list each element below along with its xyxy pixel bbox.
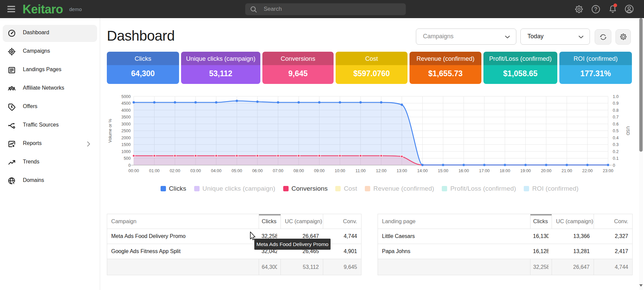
svg-text:Volume or %: Volume or % (108, 119, 113, 143)
svg-text:0: 0 (128, 163, 131, 168)
svg-text:1000: 1000 (121, 149, 131, 154)
svg-text:0.4: 0.4 (613, 136, 618, 140)
svg-text:16:00: 16:00 (459, 168, 469, 173)
svg-text:11:00: 11:00 (355, 168, 366, 173)
svg-text:0.5: 0.5 (613, 129, 618, 133)
svg-text:1500: 1500 (121, 142, 131, 147)
svg-text:14:00: 14:00 (417, 168, 428, 173)
svg-text:4500: 4500 (121, 101, 131, 106)
svg-text:00:00: 00:00 (128, 168, 139, 173)
svg-text:0.2: 0.2 (613, 149, 618, 154)
svg-text:18:00: 18:00 (500, 168, 510, 173)
svg-text:12:00: 12:00 (376, 168, 386, 173)
svg-text:04:00: 04:00 (211, 168, 221, 173)
svg-text:4000: 4000 (121, 108, 131, 113)
svg-text:07:00: 07:00 (273, 168, 283, 173)
svg-text:0.7: 0.7 (613, 115, 618, 119)
svg-text:10:00: 10:00 (335, 168, 345, 173)
svg-text:0: 0 (613, 163, 615, 168)
svg-text:01:00: 01:00 (149, 168, 160, 173)
svg-text:0.6: 0.6 (613, 122, 618, 127)
svg-text:2500: 2500 (121, 129, 131, 133)
svg-text:3500: 3500 (121, 115, 131, 119)
svg-text:?: ? (594, 6, 598, 12)
svg-text:5000: 5000 (121, 94, 131, 99)
svg-text:08:00: 08:00 (293, 168, 304, 173)
svg-text:3000: 3000 (121, 122, 131, 127)
svg-text:0.1: 0.1 (613, 156, 618, 161)
svg-text:13:00: 13:00 (396, 168, 407, 173)
svg-text:03:00: 03:00 (190, 168, 201, 173)
svg-text:0.8: 0.8 (613, 108, 618, 113)
svg-text:02:00: 02:00 (170, 168, 180, 173)
svg-text:23:00: 23:00 (603, 168, 613, 173)
svg-text:0.3: 0.3 (613, 142, 618, 147)
svg-text:1.0: 1.0 (613, 94, 618, 99)
svg-text:20:00: 20:00 (541, 168, 551, 173)
svg-text:500: 500 (124, 156, 131, 161)
svg-text:USD: USD (626, 126, 630, 135)
svg-text:15:00: 15:00 (438, 168, 448, 173)
svg-text:05:00: 05:00 (231, 168, 242, 173)
svg-text:2000: 2000 (121, 136, 131, 140)
svg-text:17:00: 17:00 (479, 168, 489, 173)
svg-text:21:00: 21:00 (562, 168, 572, 173)
svg-text:19:00: 19:00 (520, 168, 531, 173)
svg-text:0.9: 0.9 (613, 101, 618, 106)
svg-text:09:00: 09:00 (314, 168, 325, 173)
svg-text:06:00: 06:00 (252, 168, 263, 173)
svg-text:22:00: 22:00 (582, 168, 593, 173)
